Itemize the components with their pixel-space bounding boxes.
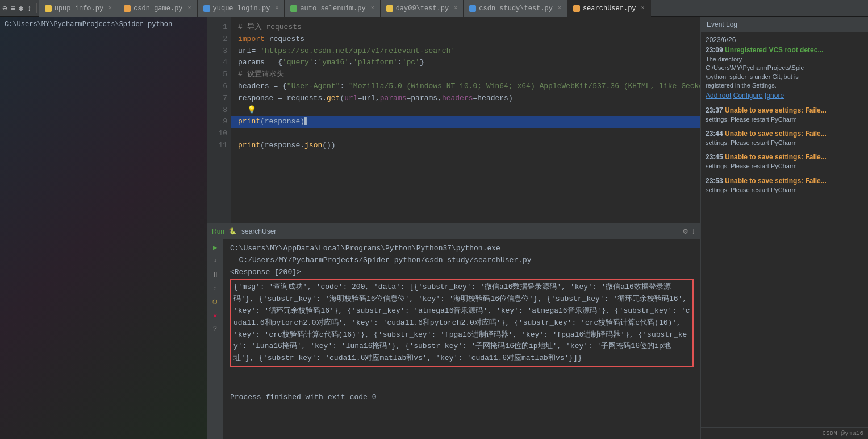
- tab-csdn-study-test[interactable]: csdn_study\test.py ×: [464, 0, 567, 17]
- event-entry-3: 23:44 Unable to save settings: Faile... …: [706, 129, 863, 147]
- line-7-params-param: params: [380, 94, 407, 102]
- line-4-platform-val: 'pc': [402, 58, 420, 67]
- download-icon[interactable]: ↓: [691, 227, 696, 236]
- sidebar-path: C:\Users\MY\PycharmProjects\Spider_pytho…: [0, 17, 207, 32]
- run-header: Run 🐍 searchUser ⚙ ↓: [207, 223, 700, 239]
- run-settings-button[interactable]: ⬡: [210, 296, 221, 308]
- tab-label-csdn-game: csdn_game.py: [133, 5, 182, 13]
- tab-icon-day09: [386, 5, 393, 12]
- tab-search-user[interactable]: searchUser.py ×: [567, 0, 651, 17]
- event-body-2: settings. Please restart PyCharm: [706, 115, 863, 124]
- line-3-url-var: url=: [238, 47, 260, 55]
- line-4-params: params = {: [238, 58, 282, 67]
- event-link-configure[interactable]: Configure: [733, 92, 763, 100]
- run-step-button[interactable]: ⬇: [210, 255, 221, 267]
- line-4-query-val: 'yma16': [318, 58, 349, 67]
- main-area: C:\Users\MY\PycharmProjects\Spider_pytho…: [0, 17, 868, 439]
- run-header-icons: ⚙ ↓: [683, 226, 696, 236]
- event-log-body: 2023/6/26 23:09 Unregistered VCS root de…: [701, 32, 868, 427]
- event-link-ignore[interactable]: Ignore: [765, 92, 784, 100]
- run-output[interactable]: C:\Users\MY\AppData\Local\Programs\Pytho…: [223, 239, 700, 439]
- tab-day09-test[interactable]: day09\test.py ×: [381, 0, 464, 17]
- toolbar-icon-4[interactable]: ↕: [27, 4, 31, 13]
- event-log: Event Log 2023/6/26 23:09 Unregistered V…: [700, 17, 868, 439]
- run-pause-button[interactable]: ⏸: [210, 269, 221, 280]
- tab-icon-auto: [290, 5, 297, 12]
- event-time-4: 23:45: [706, 153, 725, 161]
- line-2-import: import: [238, 35, 265, 43]
- sidebar: C:\Users\MY\PycharmProjects\Spider_pytho…: [0, 17, 207, 439]
- tab-close-yuque[interactable]: ×: [275, 5, 278, 11]
- run-stop-button[interactable]: ✕: [210, 310, 221, 321]
- tab-close-csdn-game[interactable]: ×: [188, 5, 191, 11]
- tab-close-auto[interactable]: ×: [371, 5, 374, 11]
- run-sidebar: ▶ ⬇ ⏸ ↕ ⬡ ✕ ?: [207, 239, 223, 439]
- line-7-headers-param: headers: [442, 94, 473, 102]
- line-9-print-fn: print: [238, 117, 260, 126]
- output-json-data: {'msg': '查询成功', 'code': 200, 'data': [{'…: [230, 279, 694, 367]
- line-8-bulb: 💡: [238, 106, 256, 114]
- tab-auto-selenuim[interactable]: auto_selenuim.py ×: [285, 0, 380, 17]
- line-4-close: }: [420, 58, 424, 67]
- event-log-header: Event Log: [701, 17, 868, 32]
- line-2-requests: requests: [265, 35, 304, 43]
- run-title: searchUser: [241, 227, 276, 235]
- line-7-eq1: =url,: [358, 94, 380, 102]
- event-row-3: 23:44 Unable to save settings: Faile...: [706, 129, 863, 139]
- event-row-1: 23:09 Unregistered VCS root detec...: [706, 45, 863, 55]
- event-log-footer: CSDN @yma16: [701, 427, 868, 439]
- event-title-1: Unregistered VCS root detec...: [725, 46, 823, 54]
- event-row-5: 23:53 Unable to save settings: Faile...: [706, 176, 863, 186]
- line-10-json-fn: json: [304, 141, 322, 150]
- run-tab-label[interactable]: Run: [212, 227, 224, 235]
- event-body-4: settings. Please restart PyCharm: [706, 162, 863, 171]
- tab-close-csdn-study[interactable]: ×: [558, 5, 561, 11]
- code-area[interactable]: # 导入 requests import requests url= 'http…: [231, 17, 700, 223]
- settings-icon[interactable]: ⚙: [683, 226, 687, 236]
- line-6-ua-val: "Mozilla/5.0 (Windows NT 10.0; Win64; x6…: [349, 82, 700, 90]
- tab-close-search-user[interactable]: ×: [641, 5, 645, 11]
- tab-label-auto: auto_selenuim.py: [300, 5, 365, 13]
- line-numbers: 1 2 3 4 5 6 7 8 9 10 11: [207, 17, 231, 223]
- event-link-add-root[interactable]: Add root: [706, 92, 731, 100]
- run-play-button[interactable]: ▶: [210, 242, 221, 253]
- line-3-url-val: 'https://so.csdn.net/api/v1/relevant-sea…: [260, 47, 455, 55]
- toolbar-icon-1[interactable]: ⊕: [2, 3, 7, 13]
- run-panel: Run 🐍 searchUser ⚙ ↓ ▶ ⬇ ⏸ ↕ ⬡ ✕ ?: [207, 223, 700, 439]
- line-10-print2-fn: print: [238, 141, 260, 150]
- line-4-query-key: 'query': [282, 58, 314, 67]
- line-7-get: get: [327, 94, 340, 102]
- event-time-1: 23:09: [706, 46, 725, 54]
- tab-bar: ⊕ ≡ ✱ ↕ upup_info.py × csdn_game.py × yu…: [0, 0, 868, 17]
- event-title-2: Unable to save settings: Faile...: [725, 106, 827, 114]
- line-1-comment: # 导入 requests: [238, 23, 302, 31]
- tab-label-search-user: searchUser.py: [583, 5, 636, 13]
- toolbar-icon-2[interactable]: ≡: [10, 4, 15, 13]
- event-body-5: settings. Please restart PyCharm: [706, 186, 863, 194]
- output-process-line: Process finished with exit code 0: [230, 393, 376, 401]
- tab-close-upup[interactable]: ×: [108, 5, 112, 11]
- line-4-comma: ,: [349, 58, 353, 67]
- event-entry-5: 23:53 Unable to save settings: Faile... …: [706, 176, 863, 194]
- event-time-2: 23:37: [706, 106, 725, 114]
- toolbar-icons: ⊕ ≡ ✱ ↕: [2, 3, 37, 13]
- event-date-1: 2023/6/26: [706, 35, 863, 45]
- code-editor[interactable]: 1 2 3 4 5 6 7 8 9 10 11 # 导入 requests im…: [207, 17, 700, 223]
- line-4-platform-key: 'platform': [353, 58, 398, 67]
- line-10-print2-body: (response.: [260, 141, 304, 150]
- event-links-1: Add root Configure Ignore: [706, 90, 863, 101]
- line-6-ua-key: "User-Agent": [287, 82, 340, 90]
- run-step2-button[interactable]: ↕: [210, 283, 221, 294]
- line-9-print: print(response)▌: [231, 116, 700, 128]
- tab-yuque-login[interactable]: yuque_login.py ×: [198, 0, 285, 17]
- toolbar-icon-3[interactable]: ✱: [19, 3, 23, 13]
- tab-label-day09: day09\test.py: [396, 5, 449, 13]
- line-5-comment: # 设置请求头: [238, 70, 284, 78]
- output-line-3: <Response [200]>: [230, 268, 301, 276]
- run-help-button[interactable]: ?: [210, 324, 221, 335]
- tab-csdn-game[interactable]: csdn_game.py ×: [118, 0, 197, 17]
- line-7-url-param: url: [344, 94, 357, 102]
- tab-close-day09[interactable]: ×: [454, 5, 457, 11]
- tab-upup-info[interactable]: upup_info.py ×: [39, 0, 118, 17]
- tab-icon-csdn-study: [469, 5, 476, 12]
